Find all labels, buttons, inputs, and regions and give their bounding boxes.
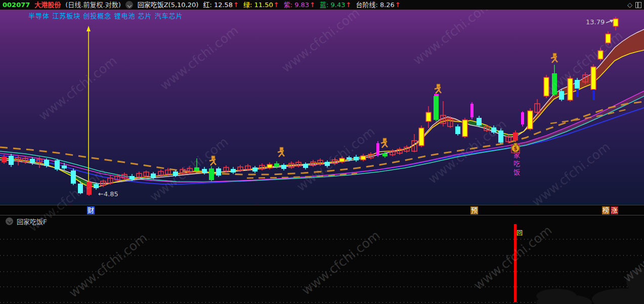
candle-body [434,96,439,120]
moneybag-symbol: $ [514,146,518,151]
candle-body [477,118,482,125]
high-price-annotation: 13.79 [586,18,605,26]
candle-body [173,171,178,176]
field-text: 蓝: 9.43 [320,0,345,10]
low-price-annotation: ←4.85 [98,190,118,198]
candle-body [354,157,359,160]
candle-body [613,19,618,26]
candle-body [568,78,573,100]
candle-body [606,34,611,43]
indicator-field-green: 绿: 11.50↑ [243,0,279,10]
up-arrow-icon: ↑ [346,0,352,10]
candle-body [325,162,330,166]
up-arrow-icon: ↑ [310,0,315,10]
axis-tag-rank[interactable]: 榜 [602,206,610,214]
candle-body [267,164,272,168]
candle-body [303,164,308,168]
candle-body [419,128,424,146]
candle-body [78,184,83,193]
candle-body [62,165,67,168]
candle-body [591,67,596,90]
ma-line-cyan [0,96,644,182]
candle-body [491,127,496,133]
buy-signal-person-icon [435,84,441,94]
indicator-field-step: 台阶线: 8.26↑ [356,0,400,10]
axis-tag-forecast[interactable]: 预 [470,206,478,214]
ma-line-yellow [0,50,644,187]
candle-body [274,163,279,167]
signal-bar-marker: 回 [517,228,523,237]
chevron-circle-icon[interactable] [6,218,13,225]
up-arrow-icon: ↑ [233,0,239,10]
up-arrow-icon: ↑ [274,0,279,10]
up-arrowhead [87,26,91,31]
candle-body [462,120,467,137]
candle-body [194,167,199,171]
candle-body [455,126,460,134]
blue-bar [576,89,579,97]
buy-signal-person-icon [278,147,284,157]
ma-ribbon [399,117,461,150]
stock-name[interactable]: 大港股份 [34,0,61,10]
axis-tag-rise[interactable]: 涨 [611,206,618,214]
candle-body [361,156,366,160]
candle-body [339,158,345,162]
candle-body [528,111,533,129]
split-square-icon[interactable] [635,2,641,8]
candle-body [202,169,207,173]
indicator-field-red: 红: 12.58↑ [203,0,239,10]
candle-body [498,131,503,143]
candle-body [426,112,431,121]
candle-body [470,104,474,117]
candle-body [130,176,135,180]
candle-body [382,153,388,156]
indicator-title[interactable]: 回家吃饭Z(5,10,20) [138,0,199,10]
candle-body [30,159,35,163]
candle-body [513,133,518,141]
candle-body [281,165,286,169]
candle-body [231,169,236,172]
candle-body [347,157,352,160]
chart-mode-label[interactable]: (日线.前复权.对数) [65,0,120,10]
candle-body [552,73,557,95]
candle-body [2,157,7,162]
candle-body [575,80,580,89]
buy-signal-person-icon [209,156,216,165]
sector-tags-line[interactable]: 半导体 江苏板块 创投概念 锂电池 芯片 汽车芯片 [28,11,183,20]
field-text: 紫: 9.83 [284,0,309,10]
candle-body [544,77,549,96]
candle-body [209,168,214,180]
indicator-field-purple: 紫: 9.83↑ [284,0,315,10]
candle-body [55,160,60,169]
field-text: 台阶线: 8.26 [356,0,394,10]
sub-indicator-title[interactable]: 回家吃饭F [17,216,47,226]
candle-body [87,182,92,195]
moneybag-tie [514,143,517,145]
candle-body [94,184,99,188]
candle-body [559,91,564,100]
magenta-tick [434,94,439,96]
candle-body [9,156,14,165]
candle-body [376,143,379,155]
buy-signal-person-icon [551,53,557,63]
indicator-dropdown-icon[interactable] [125,1,133,9]
candle-body [151,173,156,178]
blue-bar [592,90,595,100]
trading-app-window: 002077 大港股份 (日线.前复权.对数) 回家吃饭Z(5,10,20) 红… [0,0,644,304]
candle-body [44,160,49,166]
axis-tag-finance[interactable]: 财 [87,206,95,214]
shadow-blob [536,289,577,303]
buy-signal-person-icon [381,138,388,148]
indicator-field-blue: 蓝: 9.43↑ [320,0,351,10]
candle-body [598,51,603,59]
field-text: 绿: 11.50 [243,0,273,10]
field-text: 红: 12.58 [203,0,233,10]
main-chart-canvas[interactable]: $ [0,0,644,304]
candle-body [521,112,524,124]
stock-code[interactable]: 002077 [3,0,30,10]
candle-body [216,168,221,176]
sub-panel-header[interactable]: 回家吃饭F [0,216,644,226]
candle-body [71,170,76,184]
candle-body [252,167,257,171]
diamond-icon[interactable]: ◇ [627,1,632,9]
